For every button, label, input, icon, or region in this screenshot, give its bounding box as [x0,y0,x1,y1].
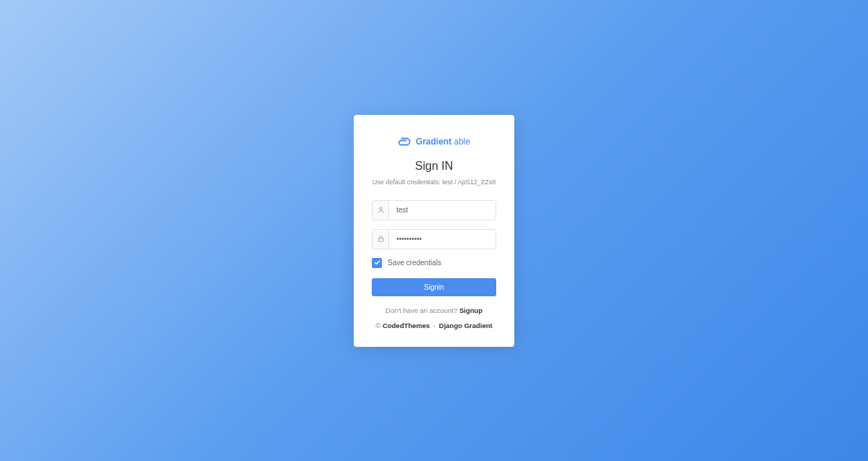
svg-point-0 [379,207,382,210]
username-group [372,200,496,220]
django-gradient-link[interactable]: Django Gradient [439,322,493,329]
signin-button[interactable]: Signin [372,278,496,296]
svg-rect-1 [378,238,383,241]
codedthemes-link[interactable]: CodedThemes [383,322,430,329]
signin-card: Gradient able Sign IN Use default creden… [354,115,514,347]
credentials-hint: Use default credentials: test / ApS12_ZZ… [372,178,496,186]
save-credentials-row: Save credentials [372,258,496,268]
footer: © CodedThemes - Django Gradient [372,322,496,329]
password-group [372,229,496,249]
logo-text: Gradient able [416,137,470,147]
signup-link[interactable]: Signup [459,306,482,314]
signup-prompt: Don't have an account? Signup [372,306,496,314]
copyright-symbol: © [375,322,383,329]
lock-icon [373,230,389,249]
signup-prompt-text: Don't have an account? [386,306,459,314]
save-credentials-checkbox[interactable] [372,258,382,268]
page-title: Sign IN [372,160,496,173]
footer-separator: - [431,322,437,329]
password-input[interactable] [389,230,495,249]
save-credentials-label: Save credentials [388,259,441,267]
logo: Gradient able [372,135,496,148]
username-input[interactable] [389,201,495,220]
logo-icon [398,135,411,148]
user-icon [373,201,389,220]
